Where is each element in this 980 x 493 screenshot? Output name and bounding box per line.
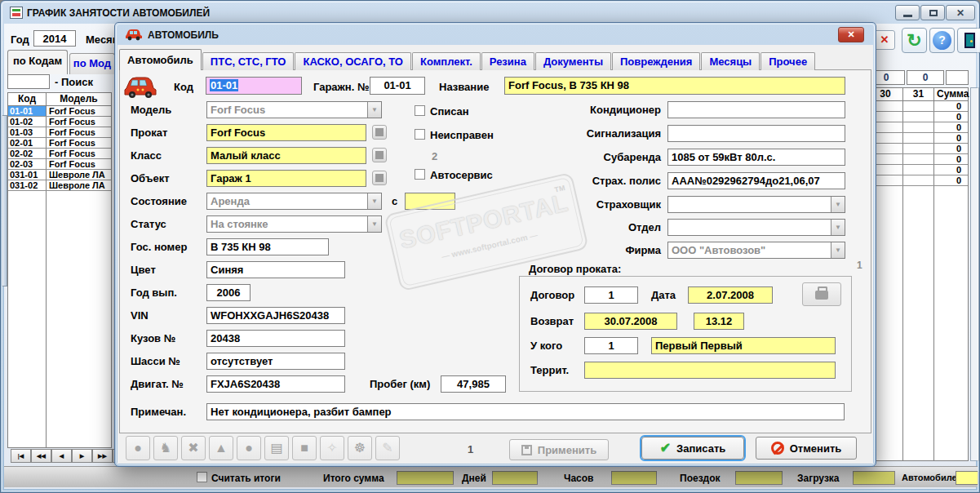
state-from-input[interactable]: [405, 193, 455, 210]
totals-checkbox[interactable]: [197, 472, 207, 482]
tire-button[interactable]: ●: [237, 436, 261, 460]
steering-wheel-button[interactable]: ☸: [348, 436, 372, 460]
table-row[interactable]: 0: [868, 175, 968, 186]
apply-button[interactable]: Применить: [509, 439, 609, 460]
refresh-button[interactable]: ↻: [902, 28, 927, 53]
total-sum-field[interactable]: [397, 471, 454, 485]
nav-button-1[interactable]: ◀◀: [31, 449, 51, 463]
contract-date-input[interactable]: 2.07.2008: [688, 286, 773, 304]
tab-by-model[interactable]: по Мод: [69, 53, 115, 74]
exit-button[interactable]: [957, 28, 980, 53]
schedule-table[interactable]: 30 31 Сумма 00000000: [867, 87, 969, 461]
vehicles-table-header[interactable]: Код Модель: [8, 93, 111, 106]
nav-button-4[interactable]: ▶▶: [92, 449, 113, 463]
table-row[interactable]: 01-03Forf Focus: [8, 127, 111, 138]
written-off-checkbox[interactable]: [415, 105, 425, 116]
table-row[interactable]: 0: [868, 165, 968, 175]
tab-повреждения[interactable]: Повреждения: [612, 52, 700, 70]
year-made-input[interactable]: 2006: [206, 284, 251, 301]
name-input[interactable]: Forf Focus, В 735 КН 98: [504, 77, 845, 95]
minimize-button[interactable]: [895, 5, 920, 20]
chevron-down-icon[interactable]: ▼: [831, 197, 845, 212]
contract-input[interactable]: 1: [584, 286, 638, 304]
return-time-input[interactable]: 13.12: [694, 313, 744, 330]
state-dropdown[interactable]: Аренда▼: [206, 193, 382, 210]
faulty-checkbox[interactable]: [415, 129, 425, 140]
chevron-down-icon[interactable]: ▼: [367, 102, 381, 118]
col-sum[interactable]: Сумма: [935, 88, 968, 100]
maximize-button[interactable]: [920, 5, 945, 20]
document-button[interactable]: ▤: [264, 436, 289, 460]
tab-каско-осаго-то[interactable]: КАСКО, ОСАГО, ТО: [295, 52, 410, 70]
department-dropdown[interactable]: ▼: [667, 219, 845, 236]
holder-number-input[interactable]: 1: [584, 337, 638, 354]
table-row[interactable]: 0: [868, 144, 968, 154]
scrollbar-thumb[interactable]: [2, 115, 7, 286]
rent-input[interactable]: Forf Focus: [206, 124, 366, 141]
vertical-scrollbar[interactable]: [970, 87, 979, 461]
chassis-number-input[interactable]: отсутствует: [206, 353, 345, 370]
garage-number-input[interactable]: 01-01: [370, 77, 425, 95]
cone-button[interactable]: ▲: [209, 436, 233, 460]
tab-прочее[interactable]: Прочее: [760, 52, 815, 70]
load-field[interactable]: [853, 471, 895, 485]
color-input[interactable]: Синяя: [206, 261, 345, 278]
table-row[interactable]: 0: [868, 133, 968, 144]
table-row[interactable]: 031-02Шевроле ЛА: [8, 180, 111, 191]
nav-button-3[interactable]: ▶: [72, 449, 92, 463]
object-input[interactable]: Гараж 1: [206, 170, 366, 187]
sublease-input[interactable]: 1085 от 59кВт 80л.с.: [667, 149, 845, 166]
code-input[interactable]: 01-01: [206, 77, 302, 95]
contract-open-button[interactable]: [802, 282, 841, 306]
tab-автомобиль[interactable]: Автомобиль: [119, 49, 202, 70]
cancel-button[interactable]: Отменить: [756, 437, 857, 460]
chevron-down-icon[interactable]: ▼: [831, 242, 845, 258]
col-day-31[interactable]: 31: [903, 88, 933, 100]
return-date-input[interactable]: 30.07.2008: [584, 313, 677, 330]
chevron-down-icon[interactable]: ▼: [367, 216, 381, 232]
table-row[interactable]: 02-02Forf Focus: [8, 149, 111, 159]
year-input[interactable]: 2014: [33, 30, 76, 47]
status-dropdown[interactable]: На стоянке▼: [206, 215, 382, 233]
close-button[interactable]: ✕: [946, 5, 975, 20]
ac-input[interactable]: [667, 101, 845, 118]
briefcase-button[interactable]: ■: [292, 436, 317, 460]
days-field[interactable]: [492, 471, 538, 485]
tab-месяцы[interactable]: Месяцы: [701, 52, 760, 70]
tab-документы[interactable]: Документы: [535, 52, 611, 70]
table-row[interactable]: 01-01Forf Focus: [8, 106, 111, 117]
vehicles-table[interactable]: Код Модель 01-01Forf Focus01-02Forf Focu…: [7, 92, 112, 448]
policy-input[interactable]: ААА№0292962794до21,06,07: [667, 172, 845, 189]
table-row[interactable]: 0: [868, 101, 968, 112]
insurer-dropdown[interactable]: ▼: [667, 196, 845, 213]
firm-dropdown[interactable]: ООО "Автовозов"▼: [667, 242, 845, 259]
tools-button[interactable]: ✖: [181, 436, 206, 460]
table-row[interactable]: 031-01Шевроле ЛА: [8, 170, 111, 180]
nav-button-0[interactable]: |◀: [11, 449, 31, 463]
hours-field[interactable]: [611, 471, 657, 485]
holder-name-input[interactable]: Первый Первый: [651, 337, 836, 354]
main-titlebar[interactable]: ГРАФИК ЗАНЯТОСТИ АВТОМОБИЛЕЙ ✕: [1, 1, 979, 24]
model-dropdown[interactable]: Forf Focus▼: [206, 101, 382, 118]
plate-input[interactable]: В 735 КН 98: [206, 238, 329, 255]
tab-резина[interactable]: Резина: [481, 52, 534, 70]
col-code[interactable]: Код: [8, 93, 46, 104]
wand-button[interactable]: ✎: [375, 436, 400, 460]
chevron-down-icon[interactable]: ▼: [367, 193, 381, 209]
help-button[interactable]: ?: [929, 28, 955, 53]
territory-input[interactable]: [584, 362, 836, 379]
animal-button[interactable]: ♞: [153, 436, 178, 460]
table-row[interactable]: 02-01Forf Focus: [8, 138, 111, 149]
tab-птс-стс-гто[interactable]: ПТС, СТС, ГТО: [202, 52, 295, 70]
schedule-table-header[interactable]: 30 31 Сумма: [868, 88, 968, 101]
wheel-button[interactable]: ●: [126, 436, 150, 460]
object-picker-button[interactable]: [372, 171, 387, 185]
key-button[interactable]: ✧: [320, 436, 344, 460]
cars-field[interactable]: [956, 471, 978, 485]
tab-by-codes[interactable]: по Кодам: [7, 50, 68, 74]
note-input[interactable]: Нет кондиционера, разбит бампер: [206, 403, 845, 420]
alarm-input[interactable]: [667, 125, 845, 142]
mileage-input[interactable]: 47,985: [441, 375, 506, 393]
table-row[interactable]: 02-03Forf Focus: [8, 159, 111, 170]
class-picker-button[interactable]: [372, 148, 387, 162]
